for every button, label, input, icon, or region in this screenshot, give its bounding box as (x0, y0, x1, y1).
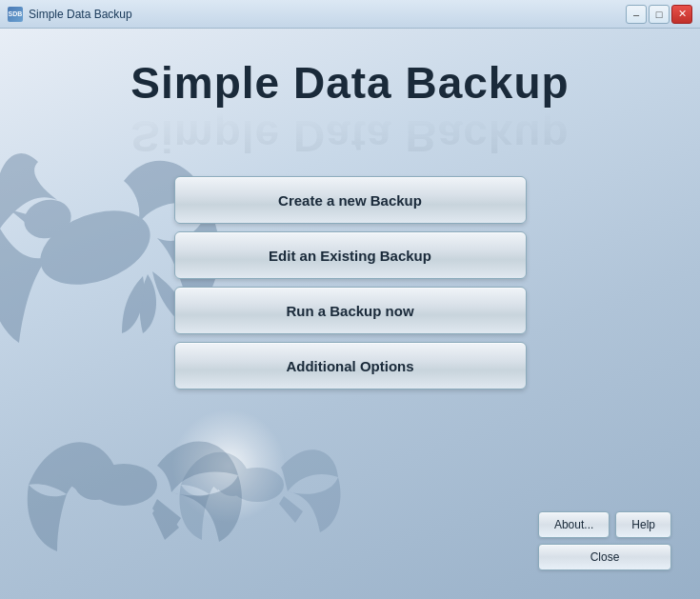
app-title-text: Simple Data Backup (0, 57, 700, 109)
run-backup-button[interactable]: Run a Backup now (174, 287, 527, 334)
svg-point-4 (230, 468, 284, 502)
app-title-reflection: Simple Data Backup (0, 110, 700, 162)
create-backup-button[interactable]: Create a new Backup (174, 176, 527, 224)
glow-effect (171, 409, 286, 523)
about-help-row: About... Help (538, 511, 671, 538)
additional-options-button[interactable]: Additional Options (174, 342, 527, 389)
help-button[interactable]: Help (615, 511, 671, 538)
title-bar-text: Simple Data Backup (29, 8, 132, 21)
svg-point-1 (20, 194, 76, 244)
about-button[interactable]: About... (538, 511, 610, 538)
maximize-button[interactable]: □ (649, 5, 670, 24)
svg-point-5 (216, 469, 250, 496)
title-bar-buttons: – □ ✕ (626, 5, 692, 24)
bird-bottom-right-icon (171, 409, 343, 561)
close-button[interactable]: Close (538, 544, 671, 570)
close-window-button[interactable]: ✕ (671, 5, 692, 24)
app-title-area: Simple Data Backup Simple Data Backup (0, 57, 700, 162)
minimize-button[interactable]: – (626, 5, 647, 24)
app-icon: SDB (8, 7, 23, 22)
bird-bottom-left-icon (19, 389, 248, 580)
main-window: Simple Data Backup Simple Data Backup Cr… (0, 29, 700, 599)
main-buttons-area: Create a new Backup Edit an Existing Bac… (174, 176, 527, 389)
svg-point-3 (74, 466, 116, 500)
title-bar: SDB Simple Data Backup – □ ✕ (0, 0, 700, 29)
svg-point-2 (90, 464, 157, 506)
bottom-buttons-area: About... Help Close (538, 511, 671, 570)
title-bar-left: SDB Simple Data Backup (8, 7, 132, 22)
svg-point-0 (30, 197, 161, 299)
edit-backup-button[interactable]: Edit an Existing Backup (174, 231, 527, 279)
close-row: Close (538, 544, 671, 570)
